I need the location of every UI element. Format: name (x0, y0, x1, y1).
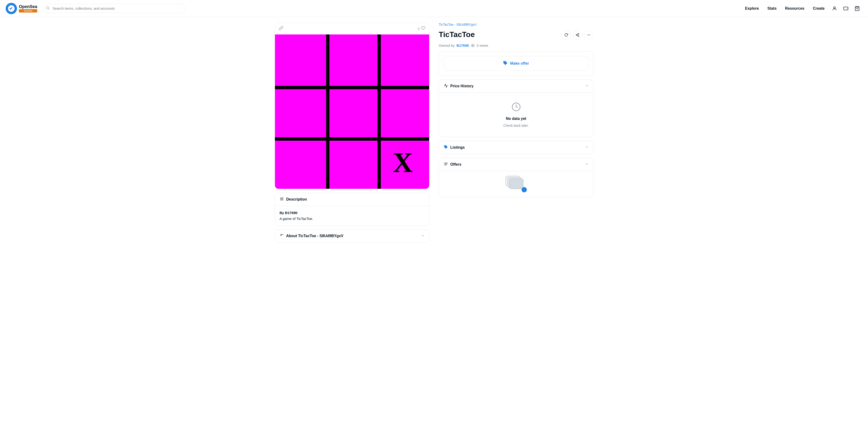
offers-title: Offers (451, 162, 462, 167)
listings-header[interactable]: Listings (439, 141, 593, 154)
price-history-title: Price History (451, 84, 474, 88)
svg-rect-3 (844, 7, 848, 10)
svg-point-11 (576, 34, 577, 35)
grid-line-vertical-1 (326, 34, 330, 189)
nav-resources[interactable]: Resources (781, 4, 808, 12)
description-title: Description (286, 197, 307, 202)
opensea-logo[interactable]: OpenSea Testnets (6, 3, 37, 14)
search-icon (46, 6, 50, 11)
owned-row: Owned by B17690 3 views (439, 44, 593, 48)
grid-line-horizontal-1 (275, 86, 429, 89)
listings-card: Listings (439, 141, 593, 154)
cart-button[interactable] (852, 3, 862, 14)
no-data-title: No data yet (506, 117, 526, 121)
description-header-left: Description (280, 197, 307, 202)
offer-card-bg-3 (509, 179, 524, 189)
svg-point-18 (472, 45, 473, 46)
nft-image-card: 0 X (275, 23, 429, 189)
views-count: 3 views (476, 44, 488, 48)
refresh-button[interactable] (561, 30, 571, 40)
price-history-chevron-icon (585, 84, 589, 88)
wallet-button[interactable] (841, 3, 851, 14)
share-button[interactable] (573, 30, 582, 40)
price-history-header-left: Price History (444, 84, 474, 89)
price-history-header[interactable]: Price History (439, 80, 593, 92)
nav-explore[interactable]: Explore (741, 4, 763, 12)
offers-illustration (505, 176, 527, 192)
make-offer-button[interactable]: Make offer (444, 56, 589, 71)
about-chevron-icon (421, 234, 425, 238)
breadcrumb[interactable]: TicTacToe - S8Ud9BYgxV (439, 23, 593, 26)
description-author: B17690 (285, 211, 298, 215)
offer-tag-icon (503, 61, 508, 66)
navbar: OpenSea Testnets Explore Stats Resources… (0, 0, 868, 17)
svg-line-1 (48, 9, 49, 9)
chain-icon (279, 26, 283, 32)
nft-title-row: TicTacToe (439, 30, 593, 40)
listings-icon (444, 145, 448, 150)
right-column: TicTacToe - S8Ud9BYgxV TicTacToe (439, 23, 593, 242)
like-section: 0 (418, 26, 425, 31)
x-mark: X (380, 140, 426, 186)
image-card-top: 0 (275, 23, 429, 34)
action-buttons (561, 30, 593, 40)
description-icon (280, 197, 284, 202)
offers-header[interactable]: Offers (439, 158, 593, 171)
logo-text: OpenSea Testnets (19, 4, 37, 12)
offers-body (439, 171, 593, 197)
clock-icon (512, 102, 521, 114)
nft-artwork: X (275, 34, 429, 189)
svg-point-2 (834, 7, 835, 8)
price-history-body: No data yet Check back later. (439, 92, 593, 137)
more-button[interactable] (584, 30, 593, 40)
svg-point-16 (588, 35, 589, 35)
make-offer-label: Make offer (510, 61, 529, 66)
offers-icon (444, 162, 448, 167)
logo-icon (6, 3, 17, 14)
svg-point-0 (46, 7, 49, 9)
offers-chevron-icon (585, 162, 589, 167)
eye-icon (471, 44, 475, 48)
like-count: 0 (418, 27, 420, 31)
nav-links: Explore Stats Resources Create (741, 3, 862, 14)
svg-point-12 (578, 36, 579, 36)
listings-title: Listings (451, 145, 465, 150)
about-title: About TicTacToe - S8Ud9BYgxV (286, 234, 344, 238)
testnets-badge: Testnets (19, 9, 37, 12)
about-card: About TicTacToe - S8Ud9BYgxV (275, 229, 429, 242)
price-history-card: Price History No data yet Check back lat… (439, 80, 593, 137)
make-offer-container: Make offer (439, 51, 593, 76)
description-body: By B17690 A game of TicTacToe. (275, 206, 429, 225)
price-history-icon (444, 84, 448, 89)
about-header[interactable]: About TicTacToe - S8Ud9BYgxV (275, 230, 429, 242)
about-icon (280, 233, 284, 238)
logo-name: OpenSea (19, 4, 37, 9)
account-button[interactable] (829, 3, 840, 14)
search-input[interactable] (43, 4, 184, 13)
svg-point-15 (587, 35, 588, 35)
svg-line-14 (577, 34, 578, 35)
owner-link[interactable]: B17690 (457, 44, 469, 48)
svg-point-10 (578, 33, 579, 34)
nav-stats[interactable]: Stats (764, 4, 780, 12)
nav-create[interactable]: Create (809, 4, 828, 12)
offer-dot (522, 187, 527, 192)
no-data-subtitle: Check back later. (503, 124, 529, 127)
listings-chevron-icon (585, 145, 589, 150)
offers-header-left: Offers (444, 162, 462, 167)
svg-line-13 (577, 35, 578, 36)
svg-point-17 (590, 35, 590, 35)
description-by: By B17690 (280, 211, 425, 215)
main-container: 0 X (269, 17, 599, 248)
description-card: Description By B17690 A game of TicTacTo… (275, 193, 429, 226)
like-button[interactable] (421, 26, 425, 31)
left-column: 0 X (275, 23, 429, 242)
description-text: A game of TicTacToe. (280, 217, 425, 221)
description-header[interactable]: Description (275, 193, 429, 206)
owned-by-label: Owned by (439, 44, 455, 48)
offers-card: Offers (439, 158, 593, 197)
listings-header-left: Listings (444, 145, 465, 150)
search-bar (43, 4, 184, 13)
nft-title: TicTacToe (439, 30, 475, 39)
about-header-left: About TicTacToe - S8Ud9BYgxV (280, 233, 344, 238)
